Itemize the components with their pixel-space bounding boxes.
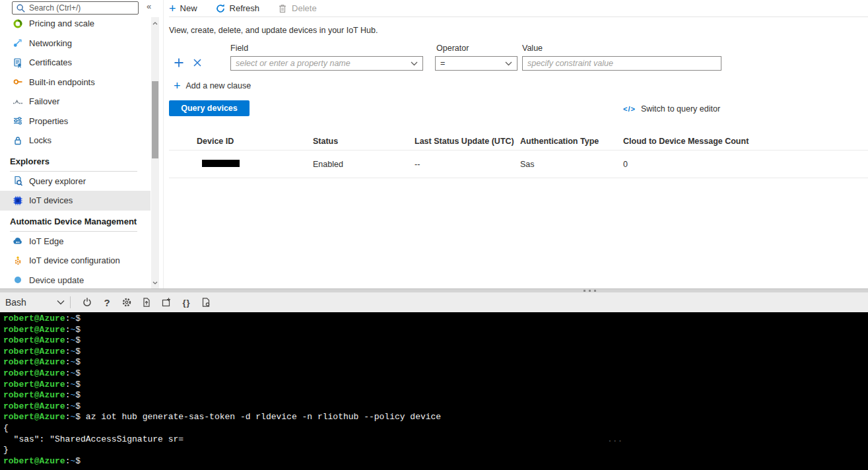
plus-icon: + (174, 81, 181, 90)
c2d-message-count-cell: 0 (623, 160, 868, 169)
endpoints-icon (13, 77, 23, 87)
authentication-type-cell: Sas (520, 160, 623, 169)
terminal-prompt-line: robert@Azure:~$ (3, 314, 868, 325)
column-header-status: Status (313, 137, 415, 146)
iot-hub-sidebar: « Pricing and scaleNetworkingCertificate… (0, 0, 163, 288)
switch-to-query-editor-link[interactable]: </> Switch to query editor (623, 104, 720, 114)
sidebar-item-properties[interactable]: Properties (0, 112, 150, 131)
operator-value: = (440, 59, 445, 68)
sidebar-item-built-in-endpoints[interactable]: Built-in endpoints (0, 73, 150, 92)
command-bar-divider (169, 17, 868, 17)
upload-download-icon[interactable] (137, 294, 156, 311)
sidebar-search-input[interactable] (29, 3, 135, 13)
failover-icon (13, 96, 23, 107)
scroll-down-icon[interactable] (151, 278, 159, 287)
sidebar-item-certificates[interactable]: Certificates (0, 53, 150, 73)
sidebar-item-query-explorer[interactable]: Query explorer (0, 172, 150, 191)
new-device-button[interactable]: + New (169, 3, 197, 13)
operator-dropdown[interactable]: = (435, 56, 517, 71)
operator-label: Operator (436, 44, 469, 53)
device-id-redacted-box (202, 160, 240, 167)
settings-icon[interactable] (117, 294, 137, 311)
scrollbar-thumb[interactable] (152, 81, 158, 158)
sidebar-item-label: IoT device configuration (29, 255, 120, 265)
pricing-icon (13, 18, 23, 29)
sidebar-item-label: Networking (29, 38, 72, 48)
delete-device-button[interactable]: Delete (277, 3, 317, 14)
code-icon: </> (623, 105, 636, 113)
value-field[interactable] (522, 56, 721, 71)
query-explorer-icon (13, 176, 23, 186)
sidebar-item-label: Locks (29, 135, 51, 145)
sidebar-menu: Pricing and scaleNetworkingCertificatesB… (0, 14, 150, 288)
sidebar-section-automatic-device-management: Automatic Device Management (10, 216, 137, 232)
sidebar-item-label: Certificates (29, 57, 72, 67)
sidebar-item-iot-edge[interactable]: IoT Edge (0, 232, 150, 252)
sidebar-scrollbar[interactable] (151, 17, 159, 288)
sidebar-item-pricing-and-scale[interactable]: Pricing and scale (0, 14, 150, 34)
toolbar-separator (70, 296, 71, 308)
search-icon (16, 3, 26, 13)
collapse-sidebar-button[interactable]: « (147, 1, 151, 11)
field-label: Field (230, 44, 248, 53)
blade-description: View, create, delete, and update devices… (169, 26, 378, 35)
device-id-cell[interactable] (197, 160, 313, 169)
device-row[interactable]: Enabled--Sas0 (169, 151, 868, 178)
scroll-up-icon[interactable] (151, 18, 159, 28)
web-preview-icon[interactable] (196, 294, 216, 311)
plus-icon: + (169, 4, 176, 13)
add-clause-row-icon[interactable] (174, 57, 184, 68)
last-status-update-cell: -- (415, 160, 520, 169)
properties-icon (13, 116, 23, 126)
value-input[interactable] (527, 59, 716, 68)
shell-name: Bash (5, 297, 26, 308)
sidebar-item-label: IoT devices (29, 195, 73, 205)
value-label: Value (522, 44, 543, 53)
field-combobox[interactable] (230, 56, 423, 71)
sidebar-item-label: Built-in endpoints (29, 77, 95, 87)
sidebar-item-label: Failover (29, 96, 59, 106)
delete-label: Delete (292, 3, 317, 13)
status-cell: Enabled (313, 160, 415, 169)
help-icon[interactable]: ? (97, 294, 117, 311)
power-icon[interactable] (77, 294, 97, 311)
sidebar-item-networking[interactable]: Networking (0, 34, 150, 53)
azure-portal-window: « Pricing and scaleNetworkingCertificate… (0, 0, 868, 470)
sidebar-item-iot-devices[interactable]: IoT devices (0, 191, 150, 211)
editor-icon[interactable]: { } (176, 294, 196, 311)
refresh-label: Refresh (230, 3, 260, 13)
column-header-cloud-to-device-message-count: Cloud to Device Message Count (623, 137, 868, 146)
sidebar-item-label: Properties (29, 116, 68, 126)
resize-grip-dots-icon (584, 290, 596, 292)
iot-edge-icon (13, 236, 23, 246)
refresh-button[interactable]: Refresh (215, 3, 260, 14)
new-device-label: New (180, 3, 197, 13)
networking-icon (13, 38, 23, 48)
chevron-down-icon[interactable] (505, 61, 512, 66)
devices-table-header: Device IDStatusLast Status Update (UTC)A… (169, 132, 868, 151)
field-input[interactable] (236, 59, 408, 68)
terminal-prompt-line: robert@Azure:~$ (3, 335, 868, 347)
terminal-prompt-line: robert@Azure:~$ (3, 347, 868, 358)
refresh-icon (215, 3, 226, 14)
add-new-clause-button[interactable]: + Add a new clause (174, 81, 251, 90)
remove-clause-row-icon[interactable] (193, 58, 202, 67)
chevron-down-icon[interactable] (411, 61, 418, 66)
sidebar-item-locks[interactable]: Locks (0, 131, 150, 151)
terminal-prompt-line: robert@Azure:~$ (3, 325, 868, 336)
shell-type-dropdown[interactable]: Bash (5, 297, 65, 308)
iot-config-icon (13, 255, 23, 266)
query-devices-button[interactable]: Query devices (169, 100, 250, 116)
cloud-shell-terminal[interactable]: robert@Azure:~$robert@Azure:~$robert@Azu… (0, 312, 868, 470)
new-session-icon[interactable] (156, 294, 176, 311)
cloud-shell-toolbar: Bash ?{ } (0, 292, 868, 312)
devices-table-body: Enabled--Sas0 (169, 151, 868, 178)
locks-icon (13, 135, 23, 146)
sidebar-item-device-update[interactable]: Device update (0, 271, 150, 289)
sidebar-search-box[interactable] (12, 1, 139, 15)
terminal-prompt-line: robert@Azure:~$ (3, 390, 868, 401)
terminal-prompt-line: robert@Azure:~$ (3, 380, 868, 391)
iot-devices-icon (13, 195, 23, 206)
sidebar-item-iot-device-configuration[interactable]: IoT device configuration (0, 251, 150, 271)
sidebar-item-failover[interactable]: Failover (0, 92, 150, 112)
